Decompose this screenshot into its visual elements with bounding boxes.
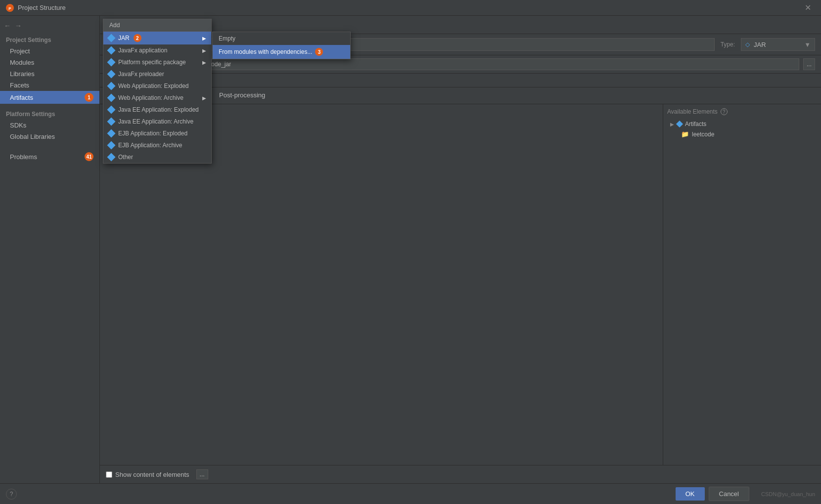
bottom-bar: ? OK Cancel CSDN@yu_duan_hun — [0, 483, 821, 504]
available-elements-header: Available Elements ? — [667, 108, 817, 115]
output-dir-input[interactable] — [154, 58, 799, 70]
title-bar: P Project Structure ✕ — [0, 0, 821, 16]
output-dir-browse-button[interactable]: ... — [803, 58, 815, 70]
from-modules-label: From modules with dependencies... — [219, 48, 312, 55]
global-help-button[interactable]: ? — [6, 489, 17, 500]
web-app-exploded-icon — [107, 82, 116, 90]
ejb-exploded-label: EJB Application: Exploded — [118, 130, 187, 137]
ejb-archive-label: EJB Application: Archive — [118, 142, 182, 149]
platform-package-arrow: ▶ — [202, 60, 206, 65]
java-ee-archive-label: Java EE Application: Archive — [118, 118, 193, 125]
java-ee-exploded-icon — [107, 106, 116, 114]
sidebar-item-sdks[interactable]: SDKs — [0, 120, 99, 131]
sidebar-item-global-libraries[interactable]: Global Libraries — [0, 131, 99, 142]
submenu-empty[interactable]: Empty — [213, 32, 350, 45]
sidebar-item-project[interactable]: Project — [0, 45, 99, 57]
sidebar-item-modules[interactable]: Modules — [0, 57, 99, 68]
project-label: Project — [10, 47, 30, 55]
jar-label-menu: JAR — [118, 35, 130, 42]
web-app-exploded-label: Web Application: Exploded — [118, 83, 189, 89]
jar-submenu: Empty From modules with dependencies... … — [212, 32, 351, 59]
add-menu-item-web-app-exploded[interactable]: Web Application: Exploded — [103, 80, 211, 92]
add-menu-item-javafx-preloader[interactable]: JavaFx preloader — [103, 68, 211, 80]
type-label: Type: — [721, 41, 735, 48]
artifacts-group-label: Artifacts — [685, 121, 706, 127]
add-menu-item-jar[interactable]: JAR 2 ▶ Empty From modules with dependen… — [103, 32, 211, 44]
bottom-left: ? — [6, 489, 17, 500]
web-app-archive-label: Web Application: Archive — [118, 94, 183, 101]
close-button[interactable]: ✕ — [801, 1, 815, 14]
web-app-archive-arrow: ▶ — [202, 95, 206, 101]
available-elements-help[interactable]: ? — [721, 108, 728, 115]
type-icon: ◇ — [745, 41, 750, 48]
show-content-label: Show content of elements — [115, 471, 189, 478]
available-elements-panel: Available Elements ? ▶ Artifacts 📁 leetc… — [663, 104, 821, 465]
global-libraries-label: Global Libraries — [10, 133, 55, 140]
sidebar-item-problems[interactable]: Problems 41 — [0, 150, 99, 163]
show-content-options-btn[interactable]: ... — [196, 469, 208, 479]
type-select[interactable]: ◇ JAR ▼ — [741, 38, 815, 51]
platform-settings-label: Platform Settings — [0, 108, 99, 120]
type-value: JAR — [754, 41, 766, 48]
app-icon: P — [6, 4, 14, 12]
add-menu: Add JAR 2 ▶ Empty From modules with depe… — [103, 19, 212, 164]
platform-package-label: Platform specific package — [118, 59, 186, 66]
sidebar-item-libraries[interactable]: Libraries — [0, 68, 99, 80]
ejb-archive-icon — [107, 141, 116, 150]
add-menu-item-java-ee-archive[interactable]: Java EE Application: Archive — [103, 116, 211, 127]
java-ee-exploded-label: Java EE Application: Exploded — [118, 106, 199, 113]
add-menu-item-javafx-app[interactable]: JavaFx application ▶ — [103, 44, 211, 56]
add-menu-item-other[interactable]: Other — [103, 151, 211, 163]
artifacts-chevron: ▶ — [670, 122, 674, 127]
svg-text:P: P — [8, 6, 11, 10]
sidebar-item-artifacts[interactable]: Artifacts 1 — [0, 91, 99, 104]
modules-label: Modules — [10, 59, 34, 66]
show-content-checkbox[interactable] — [106, 471, 112, 478]
libraries-label: Libraries — [10, 70, 35, 78]
add-menu-item-platform-package[interactable]: Platform specific package ▶ — [103, 56, 211, 68]
javafx-app-icon — [107, 46, 116, 55]
javafx-preloader-label: JavaFx preloader — [118, 71, 164, 78]
tab-post-processing[interactable]: Post-processing — [213, 87, 271, 104]
leetcode-module-label: leetcode — [692, 131, 714, 138]
project-settings-label: Project Settings — [0, 34, 99, 45]
bottom-right: OK Cancel CSDN@yu_duan_hun — [676, 487, 815, 501]
from-modules-badge: 3 — [315, 48, 323, 56]
other-label: Other — [118, 154, 133, 161]
ejb-exploded-icon — [107, 129, 116, 138]
facets-label: Facets — [10, 82, 29, 89]
sidebar: ← → Project Settings Project Modules Lib… — [0, 16, 100, 483]
sdks-label: SDKs — [10, 122, 26, 129]
sidebar-item-facets[interactable]: Facets — [0, 80, 99, 91]
platform-package-icon — [107, 58, 116, 67]
add-menu-item-java-ee-exploded[interactable]: Java EE Application: Exploded — [103, 104, 211, 116]
add-menu-item-web-app-archive[interactable]: Web Application: Archive ▶ — [103, 92, 211, 104]
show-content-row: Show content of elements ... — [100, 465, 821, 483]
javafx-preloader-icon — [107, 70, 116, 79]
nav-arrows: ← → — [0, 20, 99, 34]
module-folder-icon: 📁 — [681, 130, 689, 138]
window-title: Project Structure — [18, 4, 801, 11]
artifacts-group-icon — [676, 121, 683, 127]
watermark: CSDN@yu_duan_hun — [761, 491, 815, 497]
forward-button[interactable]: → — [15, 22, 22, 30]
jar-diamond-icon — [107, 34, 116, 42]
available-elements-label: Available Elements — [667, 108, 718, 115]
artifacts-label: Artifacts — [10, 94, 33, 101]
javafx-app-arrow: ▶ — [202, 48, 206, 53]
jar-arrow: ▶ — [202, 36, 206, 41]
add-menu-item-ejb-exploded[interactable]: EJB Application: Exploded — [103, 127, 211, 139]
javafx-app-label: JavaFx application — [118, 47, 167, 54]
web-app-archive-icon — [107, 94, 116, 102]
java-ee-archive-icon — [107, 118, 116, 126]
ok-button[interactable]: OK — [676, 487, 705, 501]
add-menu-item-ejb-archive[interactable]: EJB Application: Archive — [103, 139, 211, 151]
problems-label: Problems — [10, 153, 37, 161]
back-button[interactable]: ← — [4, 22, 11, 30]
add-menu-header: Add — [103, 19, 211, 32]
available-artifacts-group[interactable]: ▶ Artifacts — [667, 119, 817, 129]
other-icon — [107, 153, 116, 162]
cancel-button[interactable]: Cancel — [709, 487, 749, 501]
submenu-from-modules[interactable]: From modules with dependencies... 3 — [213, 45, 350, 59]
available-leetcode-module[interactable]: 📁 leetcode — [667, 129, 817, 139]
